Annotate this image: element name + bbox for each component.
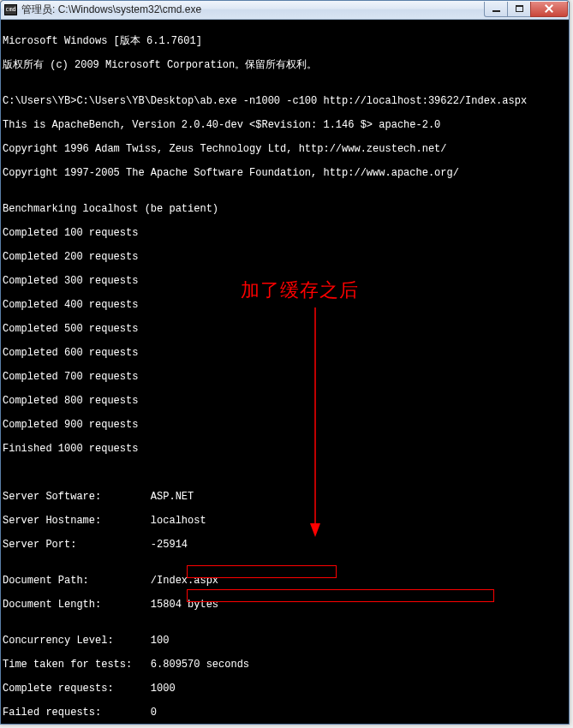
maximize-icon: [516, 5, 523, 12]
progress-line: Completed 300 requests: [3, 275, 567, 287]
concurrency-line: Concurrency Level: 100: [3, 635, 567, 647]
progress-line: Completed 400 requests: [3, 299, 567, 311]
progress-line: Completed 900 requests: [3, 419, 567, 431]
progress-line: Completed 200 requests: [3, 251, 567, 263]
window-title: 管理员: C:\Windows\system32\cmd.exe: [21, 3, 485, 17]
ab-copyright1: Copyright 1996 Adam Twiss, Zeus Technolo…: [3, 143, 567, 155]
time-taken-line: Time taken for tests: 6.809570 seconds: [3, 659, 567, 671]
server-port-line: Server Port: -25914: [3, 539, 567, 551]
progress-line: Completed 600 requests: [3, 347, 567, 359]
maximize-button[interactable]: [507, 2, 531, 17]
cmd-icon: cmd: [4, 4, 17, 15]
minimize-icon: [492, 10, 500, 12]
doc-length-line: Document Length: 15804 bytes: [3, 599, 567, 611]
window-buttons: [485, 2, 568, 17]
server-hostname-line: Server Hostname: localhost: [3, 515, 567, 527]
ab-copyright2: Copyright 1997-2005 The Apache Software …: [3, 167, 567, 179]
progress-line: Completed 800 requests: [3, 395, 567, 407]
terminal-output: Microsoft Windows [版本 6.1.7601] 版权所有 (c)…: [1, 20, 569, 724]
os-version-line: Microsoft Windows [版本 6.1.7601]: [3, 35, 567, 47]
ab-version-line: This is ApacheBench, Version 2.0.40-dev …: [3, 119, 567, 131]
complete-requests-line: Complete requests: 1000: [3, 683, 567, 695]
close-icon: [545, 4, 553, 13]
failed-requests-line: Failed requests: 0: [3, 707, 567, 719]
progress-line: Completed 700 requests: [3, 371, 567, 383]
finished-line: Finished 1000 requests: [3, 443, 567, 455]
copyright-line: 版权所有 (c) 2009 Microsoft Corporation。保留所有…: [3, 59, 567, 71]
minimize-button[interactable]: [484, 2, 508, 17]
command-line: C:\Users\YB>C:\Users\YB\Desktop\ab.exe -…: [3, 95, 567, 107]
server-software-line: Server Software: ASP.NET: [3, 491, 567, 503]
benchmarking-line: Benchmarking localhost (be patient): [3, 203, 567, 215]
titlebar[interactable]: cmd 管理员: C:\Windows\system32\cmd.exe: [1, 1, 569, 20]
progress-line: Completed 100 requests: [3, 227, 567, 239]
doc-path-line: Document Path: /Index.aspx: [3, 575, 567, 587]
annotation-label: 加了缓存之后: [241, 284, 359, 296]
close-button[interactable]: [530, 2, 568, 17]
cmd-window: cmd 管理员: C:\Windows\system32\cmd.exe Mic…: [0, 0, 570, 725]
progress-line: Completed 500 requests: [3, 323, 567, 335]
